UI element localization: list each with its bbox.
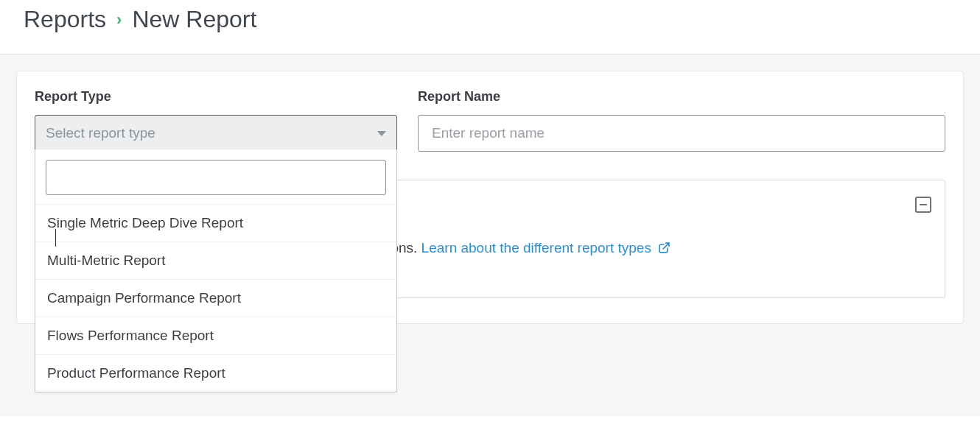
svg-line-0 — [663, 243, 669, 249]
breadcrumb: Reports › New Report — [0, 0, 980, 54]
report-type-options: Single Metric Deep Dive Report Multi-Met… — [35, 204, 396, 392]
caret-down-icon — [377, 131, 386, 136]
external-link-icon — [658, 239, 671, 261]
dropdown-search-input[interactable] — [46, 160, 386, 195]
report-type-label: Report Type — [35, 89, 397, 105]
report-type-placeholder: Select report type — [46, 125, 155, 141]
report-name-input[interactable] — [418, 115, 945, 152]
breadcrumb-current: New Report — [132, 6, 256, 33]
minus-icon — [920, 204, 927, 205]
chevron-right-icon: › — [116, 10, 122, 29]
option-single-metric[interactable]: Single Metric Deep Dive Report — [35, 204, 396, 242]
learn-report-types-link[interactable]: Learn about the different report types — [421, 240, 671, 255]
breadcrumb-root-link[interactable]: Reports — [24, 6, 106, 33]
report-card: Report Type Select report type Single Me… — [16, 71, 964, 324]
option-multi-metric[interactable]: Multi-Metric Report — [35, 242, 396, 279]
report-name-label: Report Name — [418, 89, 945, 105]
page-body: Report Type Select report type Single Me… — [0, 54, 980, 416]
report-type-select[interactable]: Select report type — [35, 115, 397, 152]
option-product-performance[interactable]: Product Performance Report — [35, 354, 396, 392]
option-campaign-performance[interactable]: Campaign Performance Report — [35, 279, 396, 317]
report-type-dropdown: Single Metric Deep Dive Report Multi-Met… — [35, 149, 397, 392]
option-flows-performance[interactable]: Flows Performance Report — [35, 317, 396, 354]
collapse-button[interactable] — [915, 197, 931, 213]
